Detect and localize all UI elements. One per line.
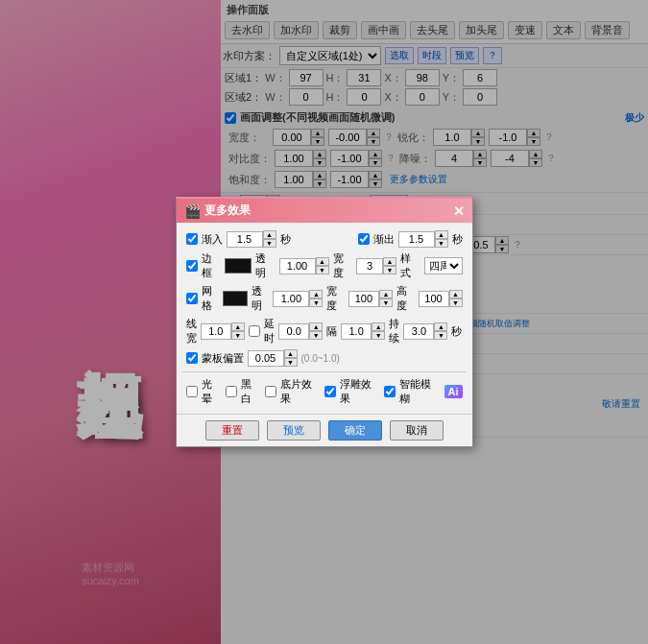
stroke-down[interactable]: ▼	[231, 331, 245, 340]
border-opacity-label: 透明	[255, 251, 275, 280]
glow-label: 光晕	[202, 377, 222, 406]
border-row: 边框 透明 ▲ ▼ 宽度 ▲ ▼	[182, 250, 467, 282]
delay-label: 延时	[264, 317, 275, 346]
duration-label: 持续	[389, 317, 399, 346]
gap-down[interactable]: ▼	[372, 331, 385, 340]
template-row: 蒙板偏置 ▲ ▼ (0.0~1.0)	[182, 347, 467, 369]
grid-opacity-down[interactable]: ▼	[309, 298, 323, 307]
template-down[interactable]: ▼	[284, 358, 298, 367]
film-label: 底片效果	[280, 377, 321, 406]
grid-width-input[interactable]	[348, 291, 379, 307]
template-checkbox[interactable]	[186, 352, 198, 364]
grid-height-down[interactable]: ▼	[449, 298, 463, 307]
fade-in-label: 渐入	[202, 232, 223, 247]
reset-btn[interactable]: 重置	[205, 420, 259, 441]
duration-unit: 秒	[451, 324, 462, 339]
duration-input[interactable]	[403, 323, 434, 340]
duration-up[interactable]: ▲	[434, 322, 447, 331]
effects-modal: 🎬 更多效果 ✕ 渐入 ▲ ▼ 秒 渐出	[176, 197, 473, 447]
border-width-up[interactable]: ▲	[383, 257, 396, 266]
grid-opacity-up[interactable]: ▲	[309, 290, 323, 298]
confirm-btn[interactable]: 确定	[328, 420, 382, 441]
template-range: (0.0~1.0)	[301, 353, 340, 364]
border-style-select[interactable]: 四周	[424, 257, 463, 274]
fade-out-label: 渐出	[373, 232, 395, 247]
border-checkbox[interactable]	[186, 260, 198, 272]
film-checkbox[interactable]	[265, 386, 276, 397]
fade-in-unit: 秒	[280, 232, 291, 247]
effects-row: 光晕 黑白 底片效果 浮雕效果 智能模糊 Ai	[182, 375, 467, 408]
border-width-label: 宽度	[333, 251, 352, 280]
grid-color-box[interactable]	[223, 291, 248, 306]
fade-out-up[interactable]: ▲	[435, 230, 448, 239]
fade-row: 渐入 ▲ ▼ 秒 渐出 ▲ ▼	[182, 228, 467, 250]
delay-input[interactable]	[278, 323, 309, 340]
fade-out-down[interactable]: ▼	[435, 239, 448, 248]
grid-width-down[interactable]: ▼	[379, 298, 393, 307]
fade-in-checkbox[interactable]	[186, 233, 198, 245]
template-up[interactable]: ▲	[284, 349, 298, 358]
glow-checkbox[interactable]	[186, 386, 198, 397]
grid-modal-row: 网格 透明 ▲ ▼ 宽度 ▲ ▼	[182, 282, 467, 315]
grid-opacity-label: 透明	[252, 284, 270, 313]
stroke-label: 线宽	[186, 317, 197, 346]
grid-modal-label: 网格	[202, 284, 220, 313]
grid-opacity-input[interactable]	[273, 291, 309, 307]
delay-checkbox[interactable]	[249, 325, 260, 337]
modal-footer: 重置 预览 确定 取消	[177, 414, 472, 446]
template-label: 蒙板偏置	[202, 351, 244, 366]
modal-body: 渐入 ▲ ▼ 秒 渐出 ▲ ▼	[177, 223, 472, 414]
float-checkbox[interactable]	[324, 386, 336, 397]
modal-title: 更多效果	[204, 203, 251, 219]
stroke-input[interactable]	[201, 323, 231, 340]
ai-checkbox[interactable]	[384, 386, 396, 397]
grid-height-up[interactable]: ▲	[449, 290, 463, 298]
grid-modal-checkbox[interactable]	[186, 293, 198, 304]
modal-icon: 🎬	[184, 203, 201, 219]
fade-out-checkbox[interactable]	[358, 233, 370, 245]
grid-width-label: 宽度	[326, 284, 345, 313]
bw-checkbox[interactable]	[226, 386, 237, 397]
border-width-down[interactable]: ▼	[383, 266, 396, 274]
border-color-box[interactable]	[225, 258, 252, 274]
float-label: 浮雕效果	[340, 377, 380, 406]
grid-height-input[interactable]	[419, 291, 449, 307]
gap-label: 隔	[326, 324, 337, 339]
duration-down[interactable]: ▼	[434, 331, 447, 340]
fade-in-input[interactable]	[227, 231, 263, 248]
template-input[interactable]	[248, 350, 284, 367]
delay-up[interactable]: ▲	[309, 322, 323, 331]
gap-input[interactable]	[341, 323, 372, 340]
modal-close-btn[interactable]: ✕	[453, 203, 465, 219]
grid-width-up[interactable]: ▲	[379, 290, 393, 298]
bw-label: 黑白	[241, 377, 261, 406]
modal-title-bar: 🎬 更多效果 ✕	[177, 199, 472, 223]
stroke-row: 线宽 ▲ ▼ 延时 ▲ ▼ 隔	[182, 315, 467, 347]
stroke-up[interactable]: ▲	[231, 322, 245, 331]
modal-overlay: 🎬 更多效果 ✕ 渐入 ▲ ▼ 秒 渐出	[0, 0, 648, 644]
border-style-label: 样式	[400, 251, 420, 280]
fade-in-up[interactable]: ▲	[263, 230, 276, 239]
grid-height-label: 高度	[396, 284, 415, 313]
delay-down[interactable]: ▼	[309, 331, 323, 340]
fade-out-unit: 秒	[452, 232, 463, 247]
border-opacity-input[interactable]	[279, 258, 316, 274]
border-opacity-down[interactable]: ▼	[316, 266, 329, 274]
border-opacity-up[interactable]: ▲	[316, 257, 329, 266]
border-width-input[interactable]	[356, 258, 383, 274]
ai-label: 智能模糊	[399, 377, 440, 406]
cancel-btn[interactable]: 取消	[390, 420, 444, 441]
border-label: 边框	[202, 251, 221, 280]
fade-in-down[interactable]: ▼	[263, 239, 276, 248]
gap-up[interactable]: ▲	[372, 322, 385, 331]
modal-preview-btn[interactable]: 预览	[267, 420, 321, 441]
fade-out-input[interactable]	[398, 231, 435, 248]
ai-badge: Ai	[444, 385, 463, 398]
